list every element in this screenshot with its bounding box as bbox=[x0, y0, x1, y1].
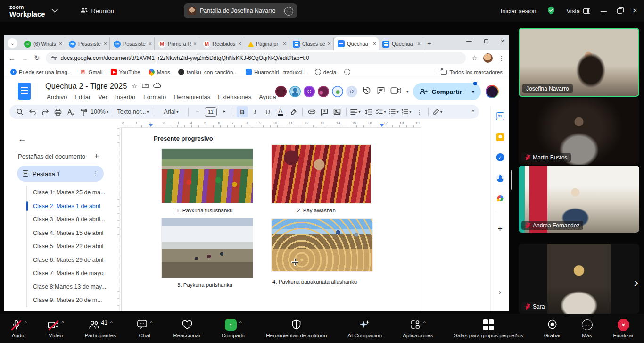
chevron-up-icon[interactable]: ^ bbox=[239, 320, 242, 326]
close-icon[interactable]: × bbox=[59, 41, 62, 47]
new-tab-button[interactable]: + bbox=[427, 39, 431, 47]
react-button[interactable]: Reaccionar bbox=[173, 319, 201, 338]
video-tile-martin[interactable]: Martin Bustos bbox=[519, 98, 639, 165]
insert-link-button[interactable] bbox=[306, 106, 317, 117]
chevron-up-icon[interactable]: ^ bbox=[110, 320, 113, 326]
minimize-button[interactable]: — bbox=[466, 38, 472, 44]
url-input[interactable]: docs.google.com/document/d/1XVM1_r2zNkwh… bbox=[46, 52, 466, 64]
bookmark-gmail[interactable]: MGmail bbox=[80, 69, 103, 75]
menu-insertar[interactable]: Insertar bbox=[112, 92, 139, 101]
reload-icon[interactable]: ↻ bbox=[34, 54, 40, 62]
tasks-icon[interactable]: ✓ bbox=[496, 153, 504, 161]
next-participants-icon[interactable]: › bbox=[634, 276, 638, 289]
ai-companion-button[interactable]: AI Companion bbox=[347, 319, 382, 338]
meeting-tab[interactable]: Reunión bbox=[80, 7, 114, 15]
italic-button[interactable]: I bbox=[249, 106, 261, 117]
restore-button[interactable] bbox=[484, 39, 488, 43]
chevron-up-icon[interactable]: ^ bbox=[423, 320, 426, 326]
more-collaborators-badge[interactable]: +2 bbox=[346, 86, 357, 97]
google-docs-logo[interactable] bbox=[18, 83, 31, 100]
hide-menus-icon[interactable]: ^ bbox=[472, 109, 474, 115]
tab-docs-quechua-active[interactable]: Quechua× bbox=[334, 37, 379, 50]
tab-search-icon[interactable]: ⌄ bbox=[8, 38, 17, 48]
decrease-font-button[interactable]: − bbox=[192, 106, 203, 117]
bulleted-list-button[interactable]: ▾ bbox=[388, 106, 399, 117]
browser-menu-icon[interactable]: ⋮ bbox=[498, 55, 504, 62]
participants-button[interactable]: 41 ^ Participantes bbox=[84, 319, 116, 338]
photo-hiking[interactable] bbox=[162, 218, 253, 278]
tab-docs-clases[interactable]: Clases de× bbox=[289, 37, 334, 50]
undo-icon[interactable] bbox=[27, 106, 38, 117]
line-spacing-button[interactable] bbox=[363, 106, 374, 117]
add-tab-icon[interactable]: + bbox=[94, 152, 99, 160]
styles-select[interactable]: Texto nor...▾ bbox=[116, 106, 150, 117]
chevron-up-icon[interactable]: ^ bbox=[62, 320, 64, 326]
photo-potato-harvest[interactable] bbox=[272, 219, 372, 271]
video-tile-andrea[interactable]: Andrea Fernandez bbox=[519, 166, 639, 233]
add-addon-icon[interactable]: + bbox=[498, 224, 503, 234]
menu-editar[interactable]: Editar bbox=[71, 92, 94, 101]
more-formatting-icon[interactable]: ⋮ bbox=[413, 106, 425, 117]
comments-icon[interactable] bbox=[376, 86, 386, 97]
more-button[interactable]: ⋯ Más bbox=[582, 319, 593, 338]
outline-item[interactable]: Clase 4: Martes 15 de abril bbox=[27, 226, 113, 240]
avatar[interactable]: C bbox=[304, 86, 315, 97]
tab-drive[interactable]: Página pr× bbox=[244, 37, 289, 50]
back-arrow-icon[interactable]: ← bbox=[18, 134, 26, 144]
bookmark-docs[interactable]: Huarochiri_ traducci... bbox=[246, 69, 307, 75]
close-icon[interactable]: × bbox=[373, 41, 376, 47]
insert-image-button[interactable] bbox=[331, 106, 343, 117]
tab-docs-quechua-2[interactable]: Quechua× bbox=[379, 37, 423, 50]
all-bookmarks-button[interactable]: Todos los marcadores bbox=[434, 69, 503, 75]
menu-archivo[interactable]: Archivo bbox=[43, 92, 70, 101]
menu-herramientas[interactable]: Herramientas bbox=[170, 92, 214, 101]
calendar-icon[interactable]: 31 bbox=[496, 112, 504, 120]
share-screen-button[interactable]: ↑ ^ Compartir bbox=[222, 319, 245, 338]
menu-formato[interactable]: Formato bbox=[140, 92, 169, 101]
font-size-input[interactable]: 11 bbox=[205, 107, 217, 117]
security-shield-icon[interactable] bbox=[546, 6, 556, 17]
avatar[interactable] bbox=[275, 86, 287, 97]
breakout-rooms-button[interactable]: Salas para grupos pequeños bbox=[454, 319, 523, 338]
photo-weaving[interactable] bbox=[272, 145, 371, 203]
indent-marker[interactable] bbox=[149, 124, 153, 127]
star-icon[interactable]: ☆ bbox=[132, 83, 137, 90]
zoom-select[interactable]: 100%▾ bbox=[91, 106, 108, 117]
right-margin-marker[interactable] bbox=[380, 124, 384, 127]
bookmark-facebook[interactable]: fPuede ser una imag... bbox=[10, 69, 72, 75]
redo-icon[interactable] bbox=[40, 106, 51, 117]
close-icon[interactable]: × bbox=[238, 41, 241, 47]
maps-icon[interactable] bbox=[497, 195, 503, 201]
tab-gmail-2[interactable]: MRecibidos× bbox=[199, 37, 244, 50]
document-tab-active[interactable]: Pestaña 1 ⋮ bbox=[17, 166, 104, 182]
host-tools-button[interactable]: Herramientas de anfitrión bbox=[266, 319, 327, 338]
version-history-icon[interactable] bbox=[362, 86, 372, 97]
bold-button[interactable]: B bbox=[237, 106, 248, 117]
sign-in-button[interactable]: Iniciar sesión bbox=[501, 8, 537, 15]
checklist-button[interactable]: ▾ bbox=[375, 106, 387, 117]
chevron-up-icon[interactable]: ^ bbox=[25, 320, 27, 326]
menu-ver[interactable]: Ver bbox=[95, 92, 111, 101]
increase-font-button[interactable]: + bbox=[218, 106, 230, 117]
bookmark-decla[interactable]: decla bbox=[315, 69, 337, 75]
outline-item[interactable]: Clase 3: Martes 8 de abril... bbox=[27, 213, 113, 226]
print-icon[interactable] bbox=[52, 106, 64, 117]
hide-panel-icon[interactable]: › bbox=[499, 288, 501, 296]
more-options-icon[interactable]: ⋯ bbox=[284, 7, 293, 16]
restore-button[interactable] bbox=[617, 8, 622, 14]
avatar[interactable] bbox=[318, 86, 329, 97]
video-tile-josefina[interactable]: Josefina Navarro bbox=[519, 28, 639, 97]
outline-item[interactable]: Clase 7: Martes 6 de mayo bbox=[27, 267, 113, 280]
menu-extensiones[interactable]: Extensiones bbox=[215, 92, 255, 101]
numbered-list-button[interactable]: ▾ bbox=[401, 106, 412, 117]
chevron-down-icon[interactable] bbox=[52, 8, 58, 14]
record-button[interactable]: Grabar bbox=[544, 319, 561, 338]
outline-item-active[interactable]: Clase 2: Martes 1 de abril bbox=[27, 200, 113, 213]
add-comment-button[interactable] bbox=[319, 106, 330, 117]
avatar[interactable] bbox=[289, 86, 301, 97]
share-caret-icon[interactable]: ▾ bbox=[467, 89, 474, 94]
contacts-icon[interactable] bbox=[496, 174, 504, 182]
paint-format-icon[interactable] bbox=[78, 106, 89, 117]
video-call-caret-icon[interactable]: ▾ bbox=[406, 89, 409, 94]
search-icon[interactable] bbox=[14, 106, 25, 117]
